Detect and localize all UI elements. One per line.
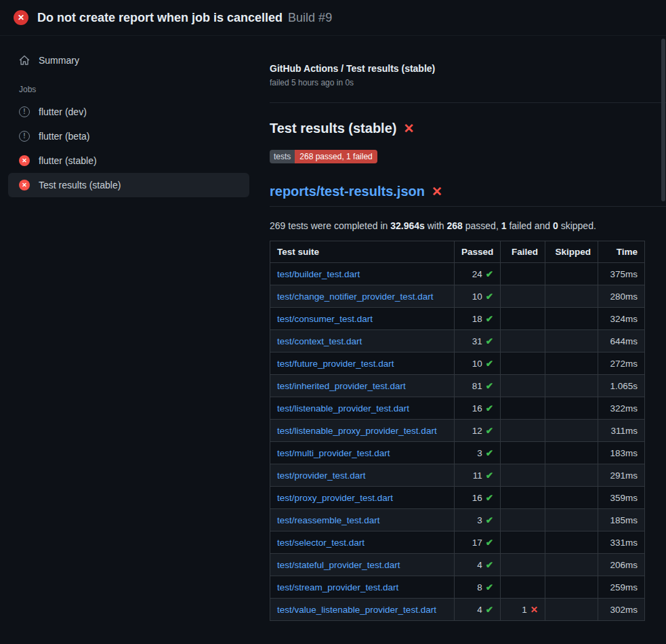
sidebar-item-test-results-stable[interactable]: ✕Test results (stable) xyxy=(8,173,249,197)
suite-link[interactable]: test/listenable_provider_test.dart xyxy=(277,403,409,414)
breadcrumb: GitHub Actions / Test results (stable) xyxy=(270,63,666,74)
skipped-cell xyxy=(545,576,598,599)
check-icon: ✔ xyxy=(486,403,493,414)
passed-count: 10 xyxy=(472,291,482,302)
failed-cell xyxy=(501,509,545,531)
suite-link[interactable]: test/stream_provider_test.dart xyxy=(277,582,398,592)
time-cell: 302ms xyxy=(598,599,645,621)
check-icon: ✔ xyxy=(486,538,493,548)
failed-cell xyxy=(501,420,545,442)
passed-count: 10 xyxy=(472,359,482,369)
skipped-cell xyxy=(545,375,598,397)
table-row: test/listenable_proxy_provider_test.dart… xyxy=(270,420,645,442)
suite-cell: test/listenable_proxy_provider_test.dart xyxy=(270,420,455,442)
report-link[interactable]: reports/test-results.json xyxy=(270,184,425,199)
passed-count: 81 xyxy=(472,381,482,391)
check-icon: ✔ xyxy=(486,336,493,346)
x-icon: ✕ xyxy=(403,122,414,135)
summary-text: passed, xyxy=(463,220,501,231)
suite-cell: test/stream_provider_test.dart xyxy=(270,576,455,599)
sidebar-item-flutter-dev[interactable]: !flutter (dev) xyxy=(8,100,249,124)
badge-value: 268 passed, 1 failed xyxy=(295,150,377,163)
suite-link[interactable]: test/builder_test.dart xyxy=(277,269,360,279)
test-results-table: Test suitePassedFailedSkippedTime test/b… xyxy=(270,241,645,621)
failed-cell xyxy=(501,531,545,554)
passed-cell: 16✔ xyxy=(455,487,501,509)
failed-cell xyxy=(501,576,545,599)
table-row: test/future_provider_test.dart10✔272ms xyxy=(270,353,645,375)
section-title-text: Test results (stable) xyxy=(270,121,396,136)
passed-count: 18 xyxy=(472,314,482,324)
suite-cell: test/selector_test.dart xyxy=(270,531,455,554)
passed-cell: 16✔ xyxy=(455,397,501,420)
suite-cell: test/consumer_test.dart xyxy=(270,308,455,330)
check-icon: ✔ xyxy=(486,470,493,481)
failed-cell xyxy=(501,308,545,330)
suite-cell: test/reassemble_test.dart xyxy=(270,509,455,531)
passed-cell: 81✔ xyxy=(455,375,501,397)
alert-circle-icon: ! xyxy=(19,106,30,117)
suite-link[interactable]: test/reassemble_test.dart xyxy=(277,515,380,525)
passed-cell: 4✔ xyxy=(455,599,501,621)
passed-count: 8 xyxy=(477,582,482,592)
failed-cell: 1✕ xyxy=(501,599,545,621)
failed-cell xyxy=(501,353,545,375)
suite-link[interactable]: test/listenable_proxy_provider_test.dart xyxy=(277,426,437,436)
time-cell: 311ms xyxy=(598,420,645,442)
sidebar: Summary Jobs !flutter (dev)!flutter (bet… xyxy=(0,36,259,197)
skipped-cell xyxy=(545,509,598,531)
passed-count: 16 xyxy=(472,493,482,503)
suite-cell: test/stateful_provider_test.dart xyxy=(270,554,455,576)
passed-cell: 3✔ xyxy=(455,442,501,464)
table-row: test/change_notifier_provider_test.dart1… xyxy=(270,285,645,308)
passed-cell: 11✔ xyxy=(455,464,501,487)
divider xyxy=(270,102,666,103)
skipped-cell xyxy=(545,330,598,353)
suite-link[interactable]: test/consumer_test.dart xyxy=(277,314,373,324)
summary-text: 269 tests were completed in xyxy=(270,220,390,231)
time-cell: 291ms xyxy=(598,464,645,487)
scrollbar-thumb[interactable] xyxy=(661,39,665,201)
skipped-cell xyxy=(545,487,598,509)
suite-link[interactable]: test/proxy_provider_test.dart xyxy=(277,493,393,503)
table-row: test/provider_test.dart11✔291ms xyxy=(270,464,645,487)
passed-cell: 10✔ xyxy=(455,353,501,375)
time-cell: 359ms xyxy=(598,487,645,509)
x-icon: ✕ xyxy=(530,605,538,615)
suite-cell: test/future_provider_test.dart xyxy=(270,353,455,375)
suite-link[interactable]: test/selector_test.dart xyxy=(277,538,365,548)
check-icon: ✔ xyxy=(486,582,493,592)
suite-link[interactable]: test/stateful_provider_test.dart xyxy=(277,560,400,570)
x-circle-icon: ✕ xyxy=(19,155,30,166)
suite-cell: test/inherited_provider_test.dart xyxy=(270,375,455,397)
suite-link[interactable]: test/change_notifier_provider_test.dart xyxy=(277,291,433,302)
table-row: test/consumer_test.dart18✔324ms xyxy=(270,308,645,330)
main-content: GitHub Actions / Test results (stable) f… xyxy=(259,36,666,621)
suite-link[interactable]: test/value_listenable_provider_test.dart xyxy=(277,605,436,615)
passed-count: 12 xyxy=(472,426,482,436)
skipped-cell xyxy=(545,420,598,442)
suite-link[interactable]: test/multi_provider_test.dart xyxy=(277,448,390,458)
summary-text: with xyxy=(425,220,447,231)
sidebar-item-label: Test results (stable) xyxy=(39,180,121,190)
failed-cell xyxy=(501,285,545,308)
sidebar-item-flutter-stable[interactable]: ✕flutter (stable) xyxy=(8,148,249,173)
table-row: test/value_listenable_provider_test.dart… xyxy=(270,599,645,621)
suite-link[interactable]: test/context_test.dart xyxy=(277,336,362,346)
suite-link[interactable]: test/inherited_provider_test.dart xyxy=(277,381,406,391)
table-header-row: Test suitePassedFailedSkippedTime xyxy=(270,241,645,263)
sidebar-item-summary[interactable]: Summary xyxy=(8,48,249,73)
skipped-cell xyxy=(545,263,598,285)
sidebar-item-flutter-beta[interactable]: !flutter (beta) xyxy=(8,124,249,148)
suite-link[interactable]: test/future_provider_test.dart xyxy=(277,359,394,369)
passed-cell: 18✔ xyxy=(455,308,501,330)
failed-cell xyxy=(501,397,545,420)
suite-link[interactable]: test/provider_test.dart xyxy=(277,470,366,481)
column-header-test-suite: Test suite xyxy=(270,241,455,263)
time-cell: 280ms xyxy=(598,285,645,308)
skipped-cell xyxy=(545,599,598,621)
passed-count: 17 xyxy=(472,538,482,548)
page-title: Do not create report when job is cancell… xyxy=(37,11,283,24)
passed-cell: 31✔ xyxy=(455,330,501,353)
passed-count: 4 xyxy=(477,560,482,570)
